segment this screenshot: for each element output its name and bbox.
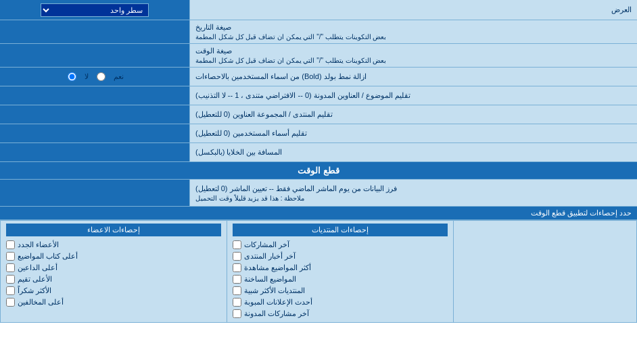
checkboxes-apply-header: حدد إحصاءات لتطبيق قطع الوقت — [0, 207, 637, 220]
time-format-input[interactable]: H:i — [4, 49, 185, 61]
checkbox-most-thanked[interactable] — [6, 286, 15, 295]
time-format-label: صيغة الوقت بعض التكوينات يتطلب "/" التي … — [189, 44, 637, 67]
date-format-input[interactable]: d-m — [4, 26, 185, 38]
date-format-label: صيغة التاريخ بعض التكوينات يتطلب "/" الت… — [189, 20, 637, 43]
checkbox-col-posts: إحصاءات المنتديات آخر المشاركات آخر أخبا… — [227, 221, 453, 322]
topics-trim-row: تقليم الموضوع / العناوين المدونة (0 -- ا… — [0, 86, 637, 105]
list-item: الأكثر شكراً — [6, 285, 221, 296]
display-label: العرض — [189, 0, 637, 20]
cutoff-row: فرز البيانات من يوم الماشر الماضي فقط --… — [0, 180, 637, 207]
checkbox-latest-ads[interactable] — [233, 298, 241, 307]
forum-trim-input-container: 33 — [0, 105, 189, 124]
checkbox-new-members[interactable] — [6, 240, 15, 249]
bold-remove-row: ازالة نمط بولد (Bold) من اسماء المستخدمي… — [0, 68, 637, 86]
checkbox-most-viewed[interactable] — [233, 263, 241, 272]
forum-trim-input[interactable]: 33 — [4, 109, 185, 121]
users-trim-label: تقليم أسماء المستخدمين (0 للتعطيل) — [189, 124, 637, 142]
cutoff-input[interactable]: 0 — [4, 187, 185, 199]
checkbox-last-posts[interactable] — [233, 240, 241, 249]
list-item: أعلى المخالفين — [6, 296, 221, 308]
list-item: أحدث الإعلانات المبوبة — [233, 296, 448, 308]
topics-trim-input[interactable]: 33 — [4, 90, 185, 102]
checkboxes-grid: إحصاءات المنتديات آخر المشاركات آخر أخبا… — [0, 220, 637, 323]
list-item: الأعضاء الجدد — [6, 239, 221, 251]
members-col-header: إحصاءات الاعضاء — [6, 224, 221, 236]
date-format-input-container: d-m — [0, 20, 189, 43]
radio-no[interactable] — [68, 72, 76, 81]
radio-yes-label: نعم — [114, 72, 124, 81]
list-item: أكثر المواضيع مشاهدة — [233, 262, 448, 274]
checkbox-blog-posts[interactable] — [233, 309, 241, 318]
cutoff-input-container: 0 — [0, 180, 189, 206]
list-item: أعلى الداعين — [6, 262, 221, 274]
list-item: آخر المشاركات — [233, 239, 448, 251]
checkbox-top-violators[interactable] — [6, 298, 15, 307]
forum-trim-row: تقليم المنتدى / المجموعة العناوين (0 للت… — [0, 105, 637, 124]
checkbox-hot-topics[interactable] — [233, 275, 241, 284]
cell-spacing-label: المسافة بين الخلايا (بالبكسل) — [189, 143, 637, 161]
line-select[interactable]: سطر واحد — [41, 3, 149, 17]
users-trim-row: تقليم أسماء المستخدمين (0 للتعطيل) 0 — [0, 124, 637, 143]
list-item: المواضيع الساخنة — [233, 274, 448, 285]
cell-spacing-input[interactable]: 2 — [4, 147, 185, 159]
users-trim-input-container: 0 — [0, 124, 189, 142]
list-item: المنتديات الأكثر شبية — [233, 285, 448, 296]
radio-no-label: لا — [85, 72, 89, 81]
list-item: آخر أخبار المنتدى — [233, 251, 448, 262]
topics-trim-input-container: 33 — [0, 86, 189, 105]
cell-spacing-input-container: 2 — [0, 143, 189, 161]
users-trim-input[interactable]: 0 — [4, 128, 185, 140]
date-format-row: صيغة التاريخ بعض التكوينات يتطلب "/" الت… — [0, 20, 637, 44]
checkbox-top-inviters[interactable] — [6, 263, 15, 272]
cutoff-label: فرز البيانات من يوم الماشر الماضي فقط --… — [189, 180, 637, 206]
time-format-input-container: H:i — [0, 44, 189, 67]
list-item: الأعلى تقيم — [6, 274, 221, 285]
line-select-container: سطر واحد — [0, 0, 189, 20]
radio-yes[interactable] — [97, 72, 105, 81]
checkbox-col-members: إحصاءات الاعضاء الأعضاء الجدد أعلى كتاب … — [1, 221, 227, 322]
checkbox-top-posters[interactable] — [6, 252, 15, 261]
checkbox-top-rated[interactable] — [6, 275, 15, 284]
checkbox-forum-news[interactable] — [233, 252, 241, 261]
checkbox-col-empty — [453, 221, 636, 322]
list-item: أعلى كتاب المواضيع — [6, 251, 221, 262]
forum-trim-label: تقليم المنتدى / المجموعة العناوين (0 للت… — [189, 105, 637, 124]
topics-trim-label: تقليم الموضوع / العناوين المدونة (0 -- ا… — [189, 86, 637, 105]
posts-col-header: إحصاءات المنتديات — [233, 224, 448, 236]
bold-remove-label: ازالة نمط بولد (Bold) من اسماء المستخدمي… — [189, 68, 637, 86]
checkbox-popular-forums[interactable] — [233, 286, 241, 295]
time-format-row: صيغة الوقت بعض التكوينات يتطلب "/" التي … — [0, 44, 637, 68]
bold-remove-radios: نعم لا — [0, 68, 189, 86]
list-item: آخر مشاركات المدونة — [233, 308, 448, 319]
cutoff-section-header: قطع الوقت — [0, 162, 637, 180]
cell-spacing-row: المسافة بين الخلايا (بالبكسل) 2 — [0, 143, 637, 162]
